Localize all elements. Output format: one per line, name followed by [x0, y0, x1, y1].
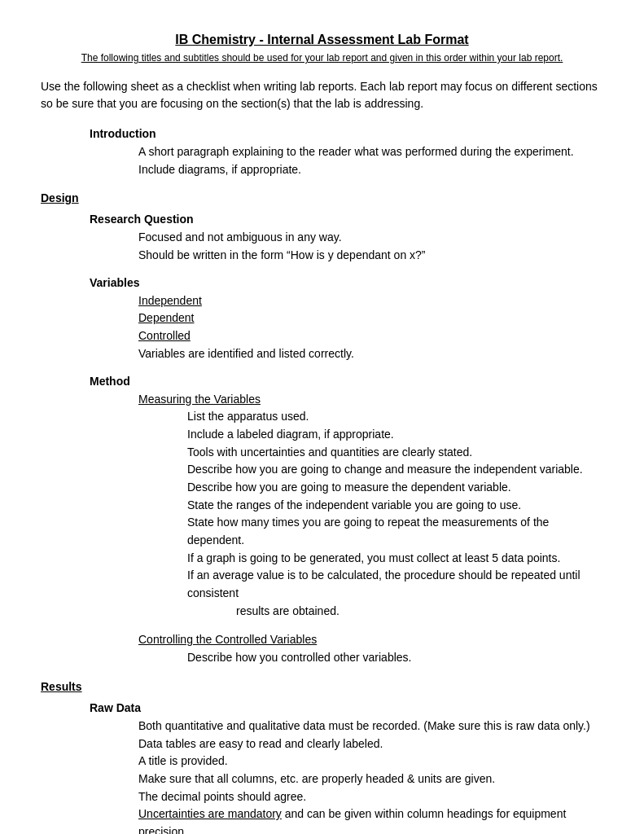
- measuring-line-5: State the ranges of the independent vari…: [187, 497, 603, 515]
- introduction-section: Introduction A short paragraph explainin…: [41, 127, 603, 178]
- measuring-variables-subsection: Measuring the Variables List the apparat…: [138, 391, 603, 667]
- variables-note: Variables are identified and listed corr…: [138, 345, 603, 363]
- measuring-line-4: Describe how you are going to measure th…: [187, 479, 603, 497]
- controlling-subsection: Controlling the Controlled Variables Des…: [138, 631, 603, 666]
- raw-data-line-3: Make sure that all columns, etc. are pro…: [138, 770, 603, 788]
- controlling-description: Describe how you controlled other variab…: [187, 649, 603, 667]
- variable-dependent: Dependent: [138, 309, 603, 327]
- page-subtitle: The following titles and subtitles shoul…: [41, 52, 603, 64]
- design-heading: Design: [41, 191, 603, 204]
- raw-data-lines: Both quantitative and qualitative data m…: [138, 718, 603, 834]
- measuring-line-7: If a graph is going to be generated, you…: [187, 550, 603, 568]
- page-title: IB Chemistry - Internal Assessment Lab F…: [41, 33, 603, 47]
- controlling-heading: Controlling the Controlled Variables: [138, 631, 603, 649]
- research-question-subsection: Research Question Focused and not ambigu…: [90, 213, 603, 264]
- method-subsection: Method Measuring the Variables List the …: [90, 375, 603, 667]
- variable-controlled: Controlled: [138, 327, 603, 345]
- raw-data-uncertainties: Uncertainties are mandatory and can be g…: [138, 805, 603, 834]
- raw-data-line-0: Both quantitative and qualitative data m…: [138, 718, 603, 735]
- raw-data-line-4: The decimal points should agree.: [138, 788, 603, 806]
- research-question-heading: Research Question: [90, 213, 603, 226]
- raw-data-line-2: A title is provided.: [138, 753, 603, 770]
- measuring-line-1: Include a labeled diagram, if appropriat…: [187, 426, 603, 444]
- measuring-line-2: Tools with uncertainties and quantities …: [187, 444, 603, 462]
- measuring-line-6: State how many times you are going to re…: [187, 514, 603, 549]
- variables-subsection: Variables Independent Dependent Controll…: [90, 276, 603, 363]
- introduction-description: A short paragraph explaining to the read…: [138, 143, 603, 178]
- measuring-line-9: results are obtained.: [236, 603, 603, 621]
- design-section: Design Research Question Focused and not…: [41, 191, 603, 666]
- raw-data-line-1: Data tables are easy to read and clearly…: [138, 735, 603, 753]
- measuring-lines: List the apparatus used. Include a label…: [187, 408, 603, 620]
- intro-paragraph: Use the following sheet as a checklist w…: [41, 78, 603, 112]
- raw-data-subsection: Raw Data Both quantitative and qualitati…: [90, 701, 603, 834]
- research-question-line-1: Focused and not ambiguous in any way.: [138, 229, 603, 247]
- measuring-line-0: List the apparatus used.: [187, 408, 603, 426]
- results-heading: Results: [41, 680, 603, 693]
- results-section: Results Raw Data Both quantitative and q…: [41, 680, 603, 834]
- variables-heading: Variables: [90, 276, 603, 289]
- measuring-line-8: If an average value is to be calculated,…: [187, 567, 603, 602]
- measuring-line-3: Describe how you are going to change and…: [187, 461, 603, 479]
- variable-independent: Independent: [138, 292, 603, 310]
- raw-data-heading: Raw Data: [90, 701, 603, 714]
- method-heading: Method: [90, 375, 603, 388]
- research-question-line-2: Should be written in the form “How is y …: [138, 247, 603, 265]
- introduction-heading: Introduction: [90, 127, 603, 140]
- measuring-variables-heading: Measuring the Variables: [138, 391, 603, 409]
- uncertainties-mandatory-text: Uncertainties are mandatory: [138, 807, 282, 820]
